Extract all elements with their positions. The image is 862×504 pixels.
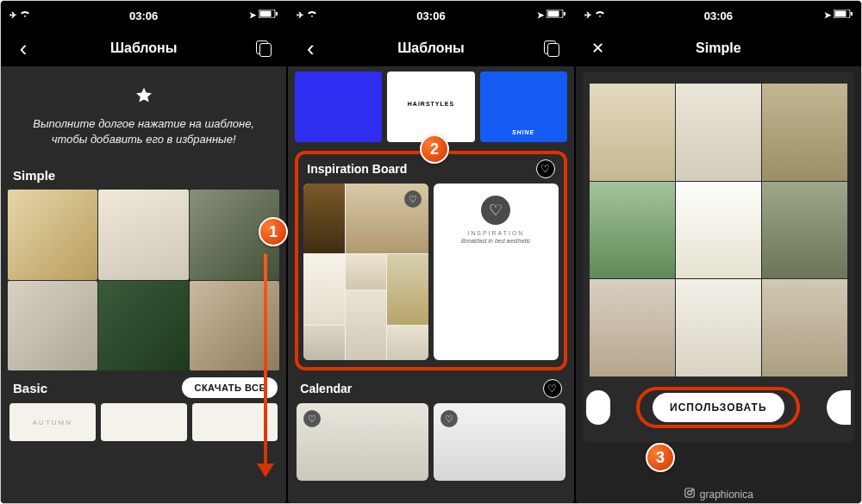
- section-header: Calendar ♡: [288, 370, 573, 403]
- top-template-row[interactable]: HAIRSTYLES SHINE: [288, 66, 573, 151]
- status-time: 03:06: [416, 9, 445, 22]
- clipboard-button[interactable]: [541, 38, 562, 59]
- template-thumb[interactable]: [101, 403, 187, 441]
- nav-bar: Simple: [576, 30, 861, 66]
- template-card-shine[interactable]: SHINE: [480, 72, 567, 142]
- template-thumb[interactable]: [8, 281, 97, 370]
- close-button[interactable]: [588, 38, 609, 59]
- wifi-icon: [19, 9, 31, 20]
- download-all-button[interactable]: СКАЧАТЬ ВСЕ: [182, 377, 278, 398]
- status-bar: ✈︎ 03:06 ➤: [576, 1, 861, 30]
- battery-icon: [547, 9, 565, 20]
- nav-bar: Шаблоны: [288, 30, 573, 66]
- content-area[interactable]: Выполните долгое нажатие на шаблоне, что…: [1, 66, 286, 503]
- back-button[interactable]: [300, 38, 321, 59]
- template-thumb[interactable]: [8, 190, 97, 279]
- favorite-heart-icon[interactable]: ♡: [536, 159, 555, 178]
- favorites-tip: Выполните долгое нажатие на шаблоне, что…: [1, 66, 286, 159]
- adjacent-button[interactable]: [827, 390, 851, 425]
- copy-stack-icon: [256, 40, 272, 56]
- svg-rect-7: [834, 11, 846, 17]
- content-area[interactable]: HAIRSTYLES SHINE Inspiration Board ♡ ♡: [288, 66, 573, 503]
- copy-stack-icon: [544, 40, 559, 56]
- simple-template-grid[interactable]: [1, 190, 286, 370]
- calendar-row[interactable]: ♡ ♡: [288, 403, 573, 481]
- use-button-row: ИСПОЛЬЗОВАТЬ: [590, 387, 847, 428]
- template-thumb[interactable]: [190, 190, 279, 279]
- nav-bar: Шаблоны: [1, 30, 286, 66]
- inspiration-row[interactable]: ♡ ♡ INSPIRATION Breakfast in bed aesthet…: [303, 184, 558, 360]
- nav-title: Шаблоны: [288, 40, 573, 56]
- inspiration-text-card[interactable]: ♡ INSPIRATION Breakfast in bed aesthetic: [434, 184, 559, 360]
- status-time: 03:06: [704, 9, 733, 22]
- status-left: ✈︎: [9, 9, 31, 20]
- template-preview-card[interactable]: ИСПОЛЬЗОВАТЬ: [583, 72, 854, 442]
- template-card[interactable]: [295, 72, 382, 142]
- section-calendar-title: Calendar: [300, 382, 352, 395]
- brand-name: graphionica: [700, 488, 753, 501]
- section-basic-title: Basic: [13, 381, 47, 395]
- screen-template-preview: ✈︎ 03:06 ➤ Simple ИСПОЛЬЗОВАТЬ: [576, 1, 861, 503]
- svg-rect-2: [276, 12, 278, 16]
- nav-title: Шаблоны: [1, 40, 286, 56]
- template-thumb[interactable]: [192, 403, 278, 441]
- card-label: INSPIRATION: [467, 230, 524, 236]
- battery-icon: [259, 9, 278, 20]
- clipboard-button[interactable]: [253, 38, 274, 59]
- status-bar: ✈︎ 03:06 ➤: [1, 1, 286, 30]
- calendar-card[interactable]: ♡: [297, 403, 428, 481]
- favorite-heart-icon[interactable]: ♡: [440, 410, 458, 427]
- use-template-button[interactable]: ИСПОЛЬЗОВАТЬ: [653, 393, 784, 422]
- template-thumb[interactable]: [98, 281, 188, 370]
- template-thumb[interactable]: [98, 190, 188, 279]
- favorite-heart-icon[interactable]: ♡: [303, 410, 321, 427]
- status-time: 03:06: [129, 9, 158, 22]
- favorite-heart-icon[interactable]: ♡: [481, 196, 510, 225]
- template-card-hairstyles[interactable]: HAIRSTYLES: [387, 72, 474, 142]
- thumb-caption: AUTUMN: [33, 419, 72, 426]
- svg-rect-4: [547, 11, 559, 17]
- nav-title: Simple: [576, 40, 861, 56]
- airplane-mode-icon: ✈︎: [9, 10, 16, 20]
- instagram-icon: [684, 487, 696, 501]
- svg-rect-5: [564, 12, 565, 16]
- status-bar: ✈︎ 03:06 ➤: [288, 1, 573, 30]
- wifi-icon: [306, 9, 318, 20]
- svg-rect-8: [851, 12, 853, 16]
- section-header: Inspiration Board ♡: [303, 159, 558, 184]
- tip-text: Выполните долгое нажатие на шаблоне, что…: [25, 116, 262, 147]
- location-icon: ➤: [537, 10, 544, 20]
- brand-footer: graphionica: [576, 487, 861, 501]
- template-thumb[interactable]: [190, 281, 279, 370]
- screen-templates-categories: ✈︎ 03:06 ➤ Шаблоны HAIRSTYLES SHINE Insp…: [288, 1, 573, 503]
- airplane-mode-icon: ✈︎: [297, 10, 303, 20]
- section-inspiration-title: Inspiration Board: [307, 162, 407, 176]
- favorite-heart-icon[interactable]: ♡: [543, 379, 562, 398]
- status-right: ➤: [824, 9, 853, 20]
- airplane-mode-icon: ✈︎: [584, 10, 591, 20]
- content-area[interactable]: ИСПОЛЬЗОВАТЬ graphionica: [576, 72, 861, 503]
- svg-rect-1: [260, 11, 272, 17]
- basic-section-header: Basic СКАЧАТЬ ВСЕ: [1, 370, 286, 403]
- collage-grid: [303, 184, 428, 360]
- status-right: ➤: [249, 9, 278, 20]
- location-icon: ➤: [824, 10, 831, 20]
- template-thumb[interactable]: AUTUMN: [9, 403, 96, 441]
- screen-templates-list: ✈︎ 03:06 ➤ Шаблоны Выпо: [1, 1, 286, 503]
- inspiration-collage-card[interactable]: ♡: [303, 184, 428, 360]
- section-simple-title: Simple: [1, 159, 286, 190]
- location-icon: ➤: [249, 10, 256, 20]
- basic-template-row[interactable]: AUTUMN: [1, 403, 286, 450]
- card-subtitle: Breakfast in bed aesthetic: [461, 238, 531, 244]
- card-label: SHINE: [512, 129, 534, 135]
- inspiration-section-highlighted: Inspiration Board ♡ ♡ ♡ INSPIRATION Brea…: [295, 151, 566, 370]
- preview-grid: [590, 84, 847, 376]
- status-left: ✈︎: [584, 9, 606, 20]
- favorite-heart-icon[interactable]: ♡: [404, 190, 422, 208]
- svg-point-11: [691, 489, 692, 490]
- adjacent-button[interactable]: [586, 390, 610, 425]
- battery-icon: [834, 9, 853, 20]
- back-button[interactable]: [13, 38, 34, 59]
- tutorial-composite: ✈︎ 03:06 ➤ Шаблоны Выпо: [0, 0, 862, 504]
- calendar-card[interactable]: ♡: [434, 403, 565, 481]
